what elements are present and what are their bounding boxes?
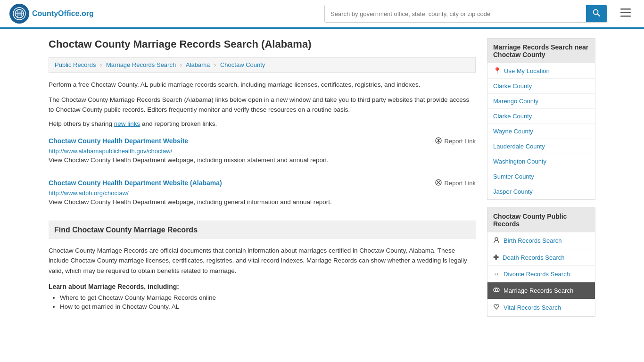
sidebar: Marriage Records Search near Choctaw Cou… [487, 38, 595, 324]
location-icon: 📍 [493, 67, 501, 74]
svg-line-6 [598, 14, 600, 16]
use-my-location-link[interactable]: Use My Location [504, 67, 550, 74]
nearby-county-8[interactable]: Jasper County [487, 184, 595, 199]
public-record-death[interactable]: ✚ Death Records Search [487, 249, 595, 266]
birth-records-link[interactable]: Birth Records Search [504, 237, 562, 244]
nearby-county-6[interactable]: Washington County [487, 154, 595, 169]
breadcrumb-county[interactable]: Choctaw County [220, 61, 265, 68]
divorce-records-link[interactable]: Divorce Records Search [504, 271, 570, 278]
public-record-marriage[interactable]: Marriage Records Search [487, 282, 595, 299]
content-area: Choctaw County Marriage Records Search (… [49, 38, 476, 324]
use-my-location-item[interactable]: 📍 Use My Location [487, 63, 595, 79]
list-item-2: How to get married in Choctaw County, AL [60, 303, 476, 310]
logo-icon [9, 4, 29, 24]
link-entry-2: Choctaw County Health Department Website… [49, 179, 476, 209]
public-record-birth[interactable]: Birth Records Search [487, 232, 595, 249]
breadcrumb: Public Records › Marriage Records Search… [49, 57, 476, 73]
breadcrumb-alabama[interactable]: Alabama [186, 61, 210, 68]
link-url-1[interactable]: http://www.alabamapublichealth.gov/choct… [49, 148, 476, 155]
search-bar [324, 5, 607, 23]
svg-point-12 [438, 141, 439, 142]
link-desc-1: View Choctaw County Health Department we… [49, 156, 476, 164]
nearby-county-1[interactable]: Clarke County [487, 79, 595, 94]
main-wrapper: Choctaw County Marriage Records Search (… [39, 29, 605, 334]
intro-paragraph-1: Perform a free Choctaw County, AL public… [49, 80, 476, 90]
article-text: Choctaw County Marriage Records are offi… [49, 246, 476, 276]
breadcrumb-marriage-records[interactable]: Marriage Records Search [106, 61, 176, 68]
marriage-records-link[interactable]: Marriage Records Search [504, 287, 573, 294]
logo-text: CountyOffice.org [32, 9, 94, 18]
search-button[interactable] [586, 5, 607, 22]
death-records-link[interactable]: Death Records Search [503, 254, 565, 261]
public-record-vital[interactable]: Vital Records Search [487, 299, 595, 316]
help-text: Help others by sharing new links and rep… [49, 120, 476, 127]
nearby-county-3[interactable]: Clarke County [487, 109, 595, 124]
intro-paragraph-2: The Choctaw County Marriage Records Sear… [49, 95, 476, 115]
vital-icon [493, 304, 500, 312]
report-icon-2 [435, 179, 442, 188]
page-title: Choctaw County Marriage Records Search (… [49, 38, 476, 50]
logo-area[interactable]: CountyOffice.org [9, 4, 94, 24]
link-title-2[interactable]: Choctaw County Health Department Website… [49, 179, 222, 187]
report-link-button-1[interactable]: Report Link [435, 137, 476, 146]
article-subheading: Learn about Marriage Records, including: [49, 283, 476, 290]
link-entry-1: Choctaw County Health Department Website… [49, 137, 476, 167]
nearby-section: Marriage Records Search near Choctaw Cou… [487, 38, 595, 200]
vital-records-link[interactable]: Vital Records Search [504, 304, 561, 311]
link-desc-2: View Choctaw County Health Department we… [49, 198, 476, 206]
public-records-heading: Choctaw County Public Records [487, 208, 595, 232]
report-icon-1 [435, 137, 442, 146]
breadcrumb-public-records[interactable]: Public Records [55, 61, 96, 68]
public-records-section: Choctaw County Public Records Birth Reco… [487, 207, 595, 317]
svg-rect-8 [620, 12, 631, 14]
svg-rect-7 [620, 8, 631, 10]
nearby-heading: Marriage Records Search near Choctaw Cou… [487, 39, 595, 63]
link-title-1[interactable]: Choctaw County Health Department Website [49, 137, 188, 145]
marriage-icon [493, 287, 500, 295]
report-link-button-2[interactable]: Report Link [435, 179, 476, 188]
new-links-link[interactable]: new links [114, 120, 140, 127]
birth-icon [493, 237, 500, 245]
nearby-county-5[interactable]: Lauderdale County [487, 139, 595, 154]
article-list: Where to get Choctaw County Marriage Rec… [49, 294, 476, 310]
header: CountyOffice.org [0, 0, 644, 29]
divorce-icon: ↔ [493, 270, 500, 278]
svg-rect-9 [620, 16, 631, 17]
death-icon: ✚ [493, 254, 499, 261]
list-item-1: Where to get Choctaw County Marriage Rec… [60, 294, 476, 301]
menu-button[interactable] [617, 6, 635, 22]
search-input[interactable] [325, 5, 586, 22]
nearby-county-2[interactable]: Marengo County [487, 94, 595, 109]
section-heading: Find Choctaw County Marriage Records [49, 221, 476, 239]
nearby-county-7[interactable]: Sumter County [487, 169, 595, 184]
nearby-county-4[interactable]: Wayne County [487, 124, 595, 139]
link-url-2[interactable]: http://www.adph.org/choctaw/ [49, 189, 476, 197]
public-record-divorce[interactable]: ↔ Divorce Records Search [487, 266, 595, 282]
svg-point-18 [495, 238, 498, 240]
